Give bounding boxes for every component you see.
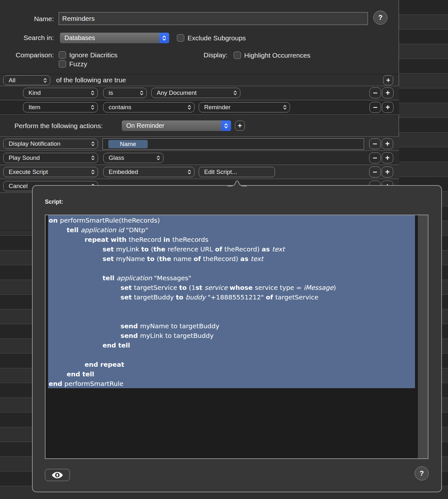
up-down-chevron-icon <box>140 90 144 96</box>
up-down-chevron-icon <box>283 104 287 110</box>
highlight-occurrences-checkbox[interactable] <box>234 52 241 59</box>
condition-value: Reminder <box>204 104 230 111</box>
code-line <box>49 312 336 321</box>
predicate-header-row: All of the following are true + <box>0 74 399 86</box>
code-line: send myName to targetBuddy <box>49 321 336 331</box>
add-condition-button[interactable]: + <box>382 102 394 113</box>
code-line: set targetService to (1st service whose … <box>49 283 336 292</box>
condition-operator-value: contains <box>109 104 131 111</box>
code-line: end tell <box>49 340 336 350</box>
name-token[interactable]: Name <box>108 140 148 148</box>
script-label: Script: <box>45 199 63 205</box>
condition-value-dropdown[interactable]: Reminder <box>199 102 290 112</box>
code-line: tell application id "DNtp" <box>49 225 336 235</box>
search-in-popup[interactable]: Databases <box>60 33 169 43</box>
fuzzy-checkbox[interactable] <box>59 60 66 68</box>
eye-icon <box>52 471 63 479</box>
add-condition-button[interactable]: + <box>383 75 393 85</box>
edit-script-popover: Script: on performSmartRule(theRecords)t… <box>32 185 442 492</box>
add-action-button[interactable]: + <box>382 167 393 177</box>
add-condition-button[interactable]: + <box>382 87 394 98</box>
up-down-chevron-icon <box>233 90 237 96</box>
up-down-chevron-icon <box>91 90 95 96</box>
screen-background: Name: ? Search in: Databases Exclude Sub… <box>0 0 448 499</box>
ignore-diacritics-label: Ignore Diacritics <box>69 51 118 59</box>
condition-row: Kind is Any Document − + <box>0 86 399 100</box>
remove-action-button[interactable]: − <box>369 138 381 149</box>
code-line <box>49 302 336 312</box>
action-type-dropdown[interactable]: Display Notification <box>3 139 98 149</box>
code-line: set myLink to (the reference URL of theR… <box>49 244 336 254</box>
sound-value: Glass <box>109 154 124 161</box>
script-source-dropdown[interactable]: Embedded <box>103 167 195 177</box>
sound-dropdown[interactable]: Glass <box>103 153 163 163</box>
add-action-button[interactable]: + <box>382 152 393 163</box>
code-line: end performSmartRule <box>49 379 336 389</box>
remove-condition-button[interactable]: − <box>369 87 381 98</box>
up-down-chevron-icon <box>162 35 166 41</box>
script-editor[interactable]: on performSmartRule(theRecords)tell appl… <box>45 215 428 459</box>
condition-field-dropdown[interactable]: Kind <box>23 88 98 98</box>
preview-button[interactable] <box>45 469 70 481</box>
popover-arrow <box>228 179 247 187</box>
up-down-chevron-icon <box>91 169 95 175</box>
action-type-dropdown[interactable]: Play Sound <box>3 153 98 163</box>
popup-chevron-box <box>159 33 169 43</box>
up-down-chevron-icon <box>91 155 95 161</box>
perform-actions-label: Perform the following actions: <box>14 122 103 130</box>
condition-operator-value: is <box>109 89 113 96</box>
condition-operator-dropdown[interactable]: contains <box>103 102 195 112</box>
script-code: on performSmartRule(theRecords)tell appl… <box>49 216 336 389</box>
help-button[interactable]: ? <box>373 11 387 25</box>
notification-text-field[interactable]: Name <box>103 138 364 150</box>
script-source-value: Embedded <box>109 168 138 176</box>
code-line: end repeat <box>49 360 336 369</box>
display-label: Display: <box>179 51 228 59</box>
exclude-subgroups-label: Exclude Subgroups <box>187 34 246 42</box>
up-down-chevron-icon <box>91 141 95 147</box>
code-line <box>49 350 336 360</box>
match-type-dropdown[interactable]: All <box>3 75 50 85</box>
up-down-chevron-icon <box>187 104 191 110</box>
condition-value-dropdown[interactable]: Any Document <box>151 88 240 98</box>
name-input[interactable] <box>59 12 368 25</box>
up-down-chevron-icon <box>187 169 191 175</box>
comparison-label: Comparison: <box>0 51 54 59</box>
event-popup[interactable]: On Reminder <box>122 120 231 131</box>
condition-field-value: Kind <box>29 89 41 96</box>
popup-chevron-box <box>221 120 231 131</box>
condition-operator-dropdown[interactable]: is <box>103 88 147 98</box>
event-value: On Reminder <box>126 122 164 129</box>
action-type-value: Cancel <box>9 183 28 190</box>
script-scrollbar[interactable] <box>418 215 428 458</box>
remove-action-button[interactable]: − <box>369 152 381 163</box>
search-in-label: Search in: <box>0 34 54 42</box>
exclude-subgroups-checkbox[interactable] <box>177 34 184 42</box>
code-line <box>49 264 336 273</box>
predicate-suffix-label: of the following are true <box>56 76 126 84</box>
code-line: set myName to (the name of theRecord) as… <box>49 254 336 264</box>
code-line: tell application "Messages" <box>49 273 336 283</box>
remove-action-button[interactable]: − <box>369 167 381 177</box>
remove-condition-button[interactable]: − <box>369 102 381 113</box>
action-type-value: Display Notification <box>9 140 61 147</box>
action-row: Execute Script Embedded Edit Script... −… <box>0 165 399 179</box>
condition-field-value: Item <box>29 104 40 111</box>
fuzzy-label: Fuzzy <box>69 60 87 68</box>
add-action-button[interactable]: + <box>235 121 245 131</box>
name-label: Name: <box>0 15 54 23</box>
action-type-value: Execute Script <box>9 168 48 176</box>
condition-field-dropdown[interactable]: Item <box>23 102 98 112</box>
condition-row: Item contains Reminder − + <box>0 100 399 115</box>
code-line: end tell <box>49 369 336 379</box>
highlight-occurrences-label: Highlight Occurrences <box>244 52 311 59</box>
search-in-value: Databases <box>64 34 95 42</box>
add-action-button[interactable]: + <box>382 138 393 149</box>
code-line: repeat with theRecord in theRecords <box>49 235 336 244</box>
popover-help-button[interactable]: ? <box>415 466 429 480</box>
up-down-chevron-icon <box>224 123 228 129</box>
action-type-value: Play Sound <box>9 154 40 161</box>
ignore-diacritics-checkbox[interactable] <box>59 51 66 59</box>
action-type-dropdown[interactable]: Execute Script <box>3 167 98 177</box>
edit-script-button[interactable]: Edit Script... <box>199 167 275 177</box>
